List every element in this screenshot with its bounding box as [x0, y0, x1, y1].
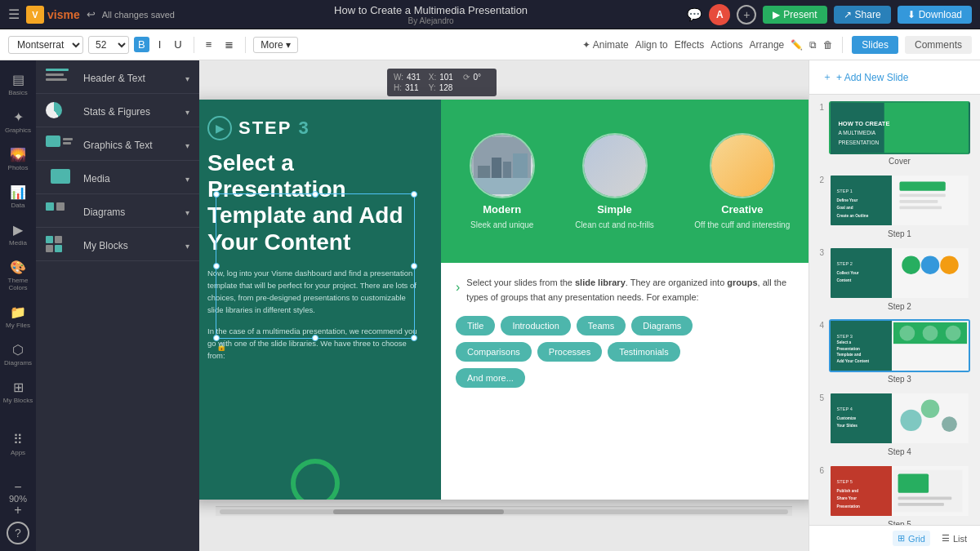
more-button[interactable]: More ▾ [253, 37, 297, 53]
tag-diagrams[interactable]: Diagrams [631, 316, 693, 335]
font-size-select[interactable]: 52 [88, 36, 129, 54]
arrange-button[interactable]: Arrange [750, 39, 785, 51]
svg-text:STEP 3: STEP 3 [837, 334, 853, 339]
svg-text:Your Slides: Your Slides [837, 424, 858, 428]
presentation-title[interactable]: How to Create a Multimedia Presentation [181, 4, 680, 16]
template-modern: Modern Sleek and unique [470, 133, 535, 229]
sidebar-panel-stats[interactable]: Stats & Figures ▾ [36, 94, 199, 127]
sidebar-item-data[interactable]: 📊 Data [0, 180, 36, 214]
help-button[interactable]: ? [7, 522, 29, 544]
thumb-3-svg: STEP 2 Collect Your Content [831, 248, 969, 298]
add-collaborator-button[interactable]: + [737, 5, 756, 24]
toolbar-separator-3 [842, 37, 843, 53]
delete-button[interactable]: 🗑 [823, 39, 833, 51]
toolbar: Montserrat 52 B I U ≡ ≣ More ▾ ✦ Animate… [0, 29, 980, 60]
tag-testimonials[interactable]: Testimonials [608, 342, 680, 362]
effects-button[interactable]: Effects [675, 39, 704, 51]
canvas-area[interactable]: W: 431 X: 101 ⟳ 0° H: 311 Y: 128 [199, 60, 808, 551]
sidebar-item-basics[interactable]: ▤ Basics [0, 67, 36, 101]
slide-thumb-6[interactable]: STEP 5 Publish and Share Your Presentati… [829, 464, 970, 518]
sidebar-item-apps[interactable]: ⠿ Apps [0, 427, 36, 463]
zoom-plus-button[interactable]: + [14, 504, 21, 517]
template-modern-image [470, 133, 535, 198]
sidebar-panel-media[interactable]: Media ▾ [36, 161, 199, 194]
add-new-slide-button[interactable]: ＋ + Add New Slide [817, 67, 913, 87]
theme-colors-icon: 🎨 [10, 260, 26, 275]
slide-thumb-2[interactable]: STEP 1 Define Your Goal and Create an Ou… [829, 174, 970, 227]
scrollbar-thumb[interactable] [333, 509, 504, 514]
hamburger-icon[interactable]: ☰ [8, 7, 20, 22]
logo-image: V [26, 6, 44, 24]
bold-button[interactable]: B [134, 37, 149, 52]
slide-templates-row: Modern Sleek and unique Simple Clean cut… [441, 100, 808, 263]
sidebar-item-media[interactable]: ▶ Media [0, 217, 36, 251]
animate-button[interactable]: ✦ Animate [582, 39, 629, 51]
undo-icon[interactable]: ↩ [87, 8, 96, 20]
align-list-button[interactable]: ≣ [220, 37, 238, 52]
slide-num-3: 3 [816, 248, 824, 257]
sidebar-item-diagrams[interactable]: ⬡ Diagrams [0, 337, 36, 371]
sidebar-panel-header-text[interactable]: Header & Text ▾ [36, 60, 199, 94]
sidebar-item-my-blocks[interactable]: ⊞ My Blocks [0, 375, 36, 409]
align-left-button[interactable]: ≡ [202, 37, 216, 52]
sidebar-item-photos[interactable]: 🌄 Photos [0, 142, 36, 176]
comments-tab[interactable]: Comments [905, 36, 972, 54]
list-view-button[interactable]: ☰ List [937, 531, 972, 546]
svg-text:A MULTIMEDIA: A MULTIMEDIA [838, 130, 875, 136]
tag-processes[interactable]: Processes [537, 342, 602, 362]
sidebar-item-my-files[interactable]: 📁 My Files [0, 300, 36, 334]
svg-rect-20 [899, 207, 942, 210]
copy-button[interactable]: ⧉ [809, 39, 817, 51]
sidebar-item-graphics[interactable]: ✦ Graphics [0, 104, 36, 139]
sidebar-panel-my-blocks[interactable]: My Blocks ▾ [36, 228, 199, 261]
slide-thumb-4[interactable]: STEP 3 Select a Presentation Template an… [829, 319, 970, 372]
sidebar-item-theme-colors[interactable]: 🎨 Theme Colors [0, 255, 36, 296]
diagrams-icon: ⬡ [12, 342, 24, 358]
height-value: 311 [405, 83, 419, 92]
download-button[interactable]: ⬇ Download [898, 6, 972, 24]
sidebar-panel-graphics-text[interactable]: Graphics & Text ▾ [36, 127, 199, 161]
font-family-select[interactable]: Montserrat [8, 36, 83, 54]
svg-text:STEP 1: STEP 1 [837, 189, 853, 193]
slide-thumb-3[interactable]: STEP 2 Collect Your Content [829, 247, 970, 300]
svg-rect-57 [898, 503, 944, 506]
svg-point-28 [940, 256, 959, 274]
slide-canvas[interactable]: ▶ STEP 3 Select a Presentation Template … [199, 100, 808, 500]
italic-button[interactable]: I [154, 37, 166, 52]
notification-icon[interactable]: 💬 [687, 7, 702, 22]
zoom-minus-button[interactable]: − [14, 481, 21, 494]
pen-tool-button[interactable]: ✏️ [791, 39, 803, 51]
y-label: Y: [429, 83, 436, 92]
chevron-icon-2: ▾ [185, 108, 189, 117]
tag-title[interactable]: Title [456, 316, 495, 335]
slide-label-4: Step 3 [829, 375, 970, 384]
tag-comparisons[interactable]: Comparisons [456, 342, 532, 362]
slide-thumb-1[interactable]: HOW TO CREATE A MULTIMEDIA PRESENTATION [829, 101, 970, 154]
slide-thumb-5[interactable]: STEP 4 Customize Your Slides [829, 392, 970, 445]
actions-button[interactable]: Actions [710, 39, 742, 51]
slide-num-6: 6 [816, 466, 824, 475]
avatar[interactable]: A [709, 4, 730, 25]
instruction-content: Select your slides from the slide librar… [466, 276, 804, 304]
tag-introduction[interactable]: Introduction [501, 316, 570, 335]
slide-thumb-row-3: 3 STEP 2 Collect Your Content [816, 247, 973, 311]
slide-thumb-row-1: 1 HOW TO CREATE A MULTIMEDIA PRESENTATIO… [816, 101, 973, 166]
present-button[interactable]: ▶ Present [763, 6, 826, 24]
svg-text:Create an Outline: Create an Outline [837, 214, 869, 218]
slide-heading[interactable]: Select a Presentation Template and Add Y… [207, 150, 423, 256]
align-to-button[interactable]: Align to [635, 39, 668, 51]
grid-view-button[interactable]: ⊞ Grid [893, 531, 930, 546]
tag-teams[interactable]: Teams [577, 316, 626, 335]
svg-rect-18 [899, 194, 945, 198]
media-icon: ▶ [13, 222, 23, 238]
chevron-icon-4: ▾ [185, 175, 189, 184]
selection-info: W: 431 X: 101 ⟳ 0° H: 311 Y: 128 [387, 69, 497, 96]
svg-text:Share Your: Share Your [837, 496, 858, 500]
sidebar-panel-diagrams[interactable]: Diagrams ▾ [36, 194, 199, 228]
height-label: H: [394, 83, 402, 92]
slides-tab[interactable]: Slides [852, 36, 898, 54]
horizontal-scrollbar[interactable] [216, 506, 792, 516]
share-button[interactable]: ↗ Share [834, 6, 891, 24]
underline-button[interactable]: U [170, 37, 185, 52]
tag-and-more[interactable]: And more... [456, 368, 525, 388]
